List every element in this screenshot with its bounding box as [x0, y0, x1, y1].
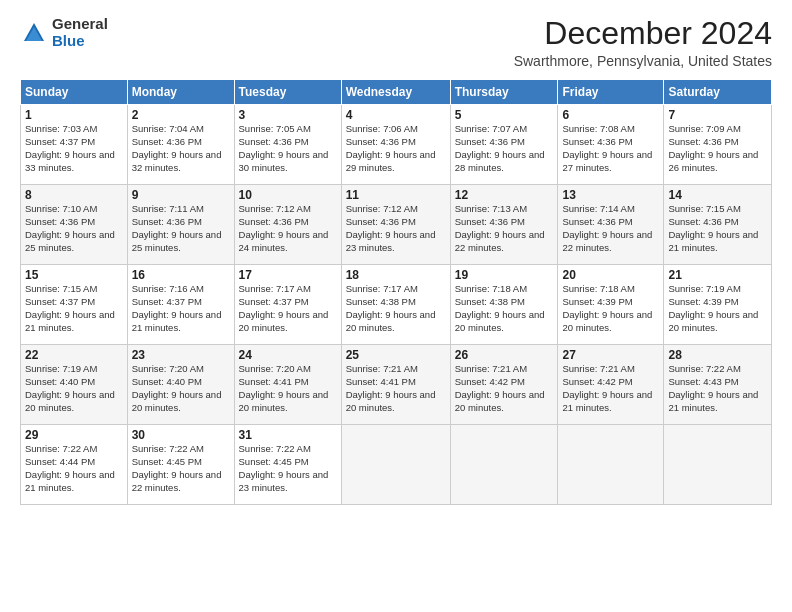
day-info: Sunrise: 7:12 AMSunset: 4:36 PMDaylight:… — [346, 203, 436, 252]
table-row: 28 Sunrise: 7:22 AMSunset: 4:43 PMDaylig… — [664, 345, 772, 425]
day-info: Sunrise: 7:10 AMSunset: 4:36 PMDaylight:… — [25, 203, 115, 252]
title-section: December 2024 Swarthmore, Pennsylvania, … — [514, 16, 772, 69]
day-info: Sunrise: 7:21 AMSunset: 4:42 PMDaylight:… — [455, 363, 545, 412]
day-info: Sunrise: 7:06 AMSunset: 4:36 PMDaylight:… — [346, 123, 436, 172]
day-number: 26 — [455, 348, 554, 362]
day-info: Sunrise: 7:07 AMSunset: 4:36 PMDaylight:… — [455, 123, 545, 172]
day-number: 1 — [25, 108, 123, 122]
table-row: 23 Sunrise: 7:20 AMSunset: 4:40 PMDaylig… — [127, 345, 234, 425]
day-info: Sunrise: 7:16 AMSunset: 4:37 PMDaylight:… — [132, 283, 222, 332]
day-info: Sunrise: 7:12 AMSunset: 4:36 PMDaylight:… — [239, 203, 329, 252]
table-row: 7 Sunrise: 7:09 AMSunset: 4:36 PMDayligh… — [664, 105, 772, 185]
table-row: 10 Sunrise: 7:12 AMSunset: 4:36 PMDaylig… — [234, 185, 341, 265]
table-row: 1 Sunrise: 7:03 AMSunset: 4:37 PMDayligh… — [21, 105, 128, 185]
table-row: 19 Sunrise: 7:18 AMSunset: 4:38 PMDaylig… — [450, 265, 558, 345]
day-number: 12 — [455, 188, 554, 202]
day-info: Sunrise: 7:21 AMSunset: 4:41 PMDaylight:… — [346, 363, 436, 412]
calendar-table: Sunday Monday Tuesday Wednesday Thursday… — [20, 79, 772, 505]
calendar-week-row: 15 Sunrise: 7:15 AMSunset: 4:37 PMDaylig… — [21, 265, 772, 345]
day-info: Sunrise: 7:17 AMSunset: 4:37 PMDaylight:… — [239, 283, 329, 332]
day-number: 14 — [668, 188, 767, 202]
day-info: Sunrise: 7:09 AMSunset: 4:36 PMDaylight:… — [668, 123, 758, 172]
calendar-week-row: 1 Sunrise: 7:03 AMSunset: 4:37 PMDayligh… — [21, 105, 772, 185]
table-row: 18 Sunrise: 7:17 AMSunset: 4:38 PMDaylig… — [341, 265, 450, 345]
day-info: Sunrise: 7:22 AMSunset: 4:45 PMDaylight:… — [239, 443, 329, 492]
table-row: 22 Sunrise: 7:19 AMSunset: 4:40 PMDaylig… — [21, 345, 128, 425]
day-number: 4 — [346, 108, 446, 122]
logo-icon — [20, 19, 48, 47]
day-info: Sunrise: 7:18 AMSunset: 4:38 PMDaylight:… — [455, 283, 545, 332]
day-info: Sunrise: 7:15 AMSunset: 4:36 PMDaylight:… — [668, 203, 758, 252]
day-info: Sunrise: 7:17 AMSunset: 4:38 PMDaylight:… — [346, 283, 436, 332]
day-info: Sunrise: 7:05 AMSunset: 4:36 PMDaylight:… — [239, 123, 329, 172]
day-number: 19 — [455, 268, 554, 282]
day-info: Sunrise: 7:20 AMSunset: 4:41 PMDaylight:… — [239, 363, 329, 412]
table-row: 15 Sunrise: 7:15 AMSunset: 4:37 PMDaylig… — [21, 265, 128, 345]
table-row: 12 Sunrise: 7:13 AMSunset: 4:36 PMDaylig… — [450, 185, 558, 265]
page: General Blue December 2024 Swarthmore, P… — [0, 0, 792, 612]
day-number: 9 — [132, 188, 230, 202]
day-info: Sunrise: 7:22 AMSunset: 4:43 PMDaylight:… — [668, 363, 758, 412]
day-number: 28 — [668, 348, 767, 362]
table-row: 24 Sunrise: 7:20 AMSunset: 4:41 PMDaylig… — [234, 345, 341, 425]
day-number: 23 — [132, 348, 230, 362]
day-info: Sunrise: 7:14 AMSunset: 4:36 PMDaylight:… — [562, 203, 652, 252]
day-info: Sunrise: 7:20 AMSunset: 4:40 PMDaylight:… — [132, 363, 222, 412]
day-number: 17 — [239, 268, 337, 282]
day-number: 13 — [562, 188, 659, 202]
table-row: 5 Sunrise: 7:07 AMSunset: 4:36 PMDayligh… — [450, 105, 558, 185]
table-row: 27 Sunrise: 7:21 AMSunset: 4:42 PMDaylig… — [558, 345, 664, 425]
col-tuesday: Tuesday — [234, 80, 341, 105]
table-row: 14 Sunrise: 7:15 AMSunset: 4:36 PMDaylig… — [664, 185, 772, 265]
col-wednesday: Wednesday — [341, 80, 450, 105]
table-row: 8 Sunrise: 7:10 AMSunset: 4:36 PMDayligh… — [21, 185, 128, 265]
day-info: Sunrise: 7:13 AMSunset: 4:36 PMDaylight:… — [455, 203, 545, 252]
table-row: 30 Sunrise: 7:22 AMSunset: 4:45 PMDaylig… — [127, 425, 234, 505]
day-number: 8 — [25, 188, 123, 202]
day-number: 6 — [562, 108, 659, 122]
table-row: 9 Sunrise: 7:11 AMSunset: 4:36 PMDayligh… — [127, 185, 234, 265]
col-friday: Friday — [558, 80, 664, 105]
table-row: 6 Sunrise: 7:08 AMSunset: 4:36 PMDayligh… — [558, 105, 664, 185]
table-row — [558, 425, 664, 505]
table-row: 31 Sunrise: 7:22 AMSunset: 4:45 PMDaylig… — [234, 425, 341, 505]
table-row: 21 Sunrise: 7:19 AMSunset: 4:39 PMDaylig… — [664, 265, 772, 345]
day-info: Sunrise: 7:04 AMSunset: 4:36 PMDaylight:… — [132, 123, 222, 172]
calendar-week-row: 22 Sunrise: 7:19 AMSunset: 4:40 PMDaylig… — [21, 345, 772, 425]
day-info: Sunrise: 7:22 AMSunset: 4:45 PMDaylight:… — [132, 443, 222, 492]
day-number: 5 — [455, 108, 554, 122]
table-row: 11 Sunrise: 7:12 AMSunset: 4:36 PMDaylig… — [341, 185, 450, 265]
col-monday: Monday — [127, 80, 234, 105]
day-info: Sunrise: 7:15 AMSunset: 4:37 PMDaylight:… — [25, 283, 115, 332]
day-number: 20 — [562, 268, 659, 282]
calendar-header-row: Sunday Monday Tuesday Wednesday Thursday… — [21, 80, 772, 105]
table-row: 2 Sunrise: 7:04 AMSunset: 4:36 PMDayligh… — [127, 105, 234, 185]
table-row: 4 Sunrise: 7:06 AMSunset: 4:36 PMDayligh… — [341, 105, 450, 185]
day-info: Sunrise: 7:11 AMSunset: 4:36 PMDaylight:… — [132, 203, 222, 252]
day-number: 21 — [668, 268, 767, 282]
day-number: 30 — [132, 428, 230, 442]
table-row: 16 Sunrise: 7:16 AMSunset: 4:37 PMDaylig… — [127, 265, 234, 345]
day-info: Sunrise: 7:03 AMSunset: 4:37 PMDaylight:… — [25, 123, 115, 172]
table-row — [341, 425, 450, 505]
header: General Blue December 2024 Swarthmore, P… — [20, 16, 772, 69]
calendar-week-row: 8 Sunrise: 7:10 AMSunset: 4:36 PMDayligh… — [21, 185, 772, 265]
day-number: 3 — [239, 108, 337, 122]
day-number: 15 — [25, 268, 123, 282]
day-number: 18 — [346, 268, 446, 282]
table-row: 17 Sunrise: 7:17 AMSunset: 4:37 PMDaylig… — [234, 265, 341, 345]
location: Swarthmore, Pennsylvania, United States — [514, 53, 772, 69]
logo: General Blue — [20, 16, 108, 49]
table-row — [664, 425, 772, 505]
month-title: December 2024 — [514, 16, 772, 51]
table-row — [450, 425, 558, 505]
table-row: 3 Sunrise: 7:05 AMSunset: 4:36 PMDayligh… — [234, 105, 341, 185]
col-sunday: Sunday — [21, 80, 128, 105]
day-info: Sunrise: 7:18 AMSunset: 4:39 PMDaylight:… — [562, 283, 652, 332]
logo-blue-text: Blue — [52, 33, 108, 50]
day-info: Sunrise: 7:19 AMSunset: 4:40 PMDaylight:… — [25, 363, 115, 412]
day-info: Sunrise: 7:08 AMSunset: 4:36 PMDaylight:… — [562, 123, 652, 172]
table-row: 26 Sunrise: 7:21 AMSunset: 4:42 PMDaylig… — [450, 345, 558, 425]
day-info: Sunrise: 7:21 AMSunset: 4:42 PMDaylight:… — [562, 363, 652, 412]
day-number: 2 — [132, 108, 230, 122]
